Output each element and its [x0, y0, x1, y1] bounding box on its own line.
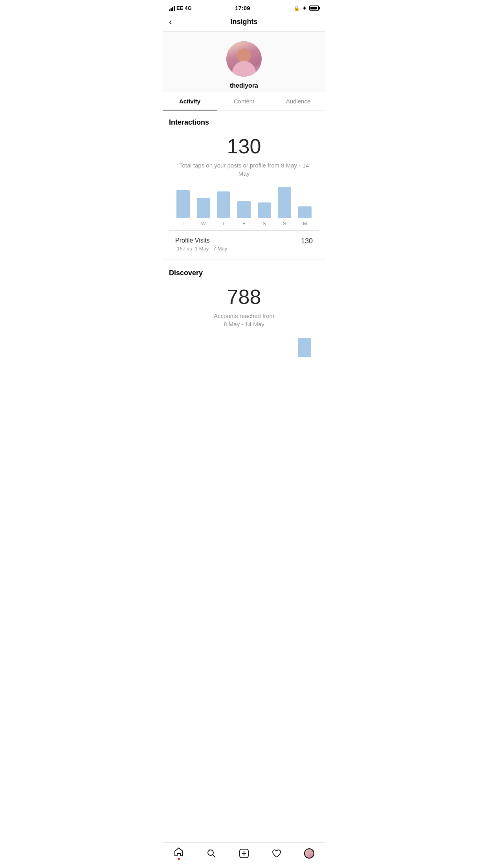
page-title: Insights — [230, 18, 257, 26]
metric-name: Profile Visits — [175, 237, 227, 244]
chart-bar — [197, 198, 210, 218]
tab-bar: Activity Content Audience — [163, 92, 325, 110]
interactions-subtext: Total taps on your posts or profile from… — [169, 161, 319, 178]
main-content: Interactions 130 Total taps on your post… — [163, 110, 325, 357]
discovery-subtext: Accounts reached from8 May - 14 May — [169, 312, 319, 328]
interactions-total: 130 — [169, 134, 319, 158]
chart-bar — [237, 201, 251, 218]
header: ‹ Insights — [163, 14, 325, 32]
time-label: 17:09 — [235, 5, 250, 11]
bar-day-label: S — [262, 221, 266, 226]
metric-change: -187 vs. 1 May - 7 May — [175, 246, 227, 252]
interactions-section: Interactions 130 Total taps on your post… — [163, 110, 325, 258]
lock-icon: 🔒 — [294, 5, 300, 11]
chart-bar — [298, 338, 311, 357]
bar-day-label: S — [283, 221, 286, 226]
chart-bar-col: W — [197, 198, 210, 226]
signal-icon — [169, 6, 175, 11]
battery-icon — [309, 6, 319, 11]
bar-day-label: T — [182, 221, 185, 226]
avatar — [226, 41, 262, 77]
carrier-label: EE — [176, 5, 183, 11]
tab-audience[interactable]: Audience — [271, 92, 325, 110]
chart-bar-col: T — [217, 191, 230, 226]
chart-bar — [217, 191, 230, 218]
chart-bar-col: S — [258, 202, 271, 226]
interactions-chart: T W T F S — [169, 187, 319, 226]
chart-bar — [258, 202, 271, 218]
chart-bar-col: F — [237, 201, 251, 226]
bluetooth-icon: ✦ — [302, 5, 307, 11]
discovery-chart-partial — [298, 338, 311, 357]
carrier-info: EE 4G — [169, 5, 192, 11]
username-label: thediyora — [230, 82, 258, 89]
chart-bar-col: M — [298, 206, 312, 226]
bar-day-label: W — [201, 221, 205, 226]
back-button[interactable]: ‹ — [169, 17, 172, 27]
profile-section: thediyora — [163, 32, 325, 92]
discovery-section: Discovery 788 Accounts reached from8 May… — [163, 258, 325, 357]
status-icons: 🔒 ✦ — [294, 5, 319, 11]
discovery-total: 788 — [169, 285, 319, 309]
discovery-title: Discovery — [169, 269, 319, 277]
status-bar: EE 4G 17:09 🔒 ✦ — [163, 0, 325, 14]
metric-value: 130 — [301, 237, 313, 245]
chart-bar — [176, 190, 190, 218]
chart-bar-col: T — [176, 190, 190, 226]
bar-day-label: F — [242, 221, 246, 226]
network-label: 4G — [185, 5, 191, 11]
bar-day-label: M — [303, 221, 307, 226]
chart-bar — [298, 206, 312, 218]
bar-day-label: T — [222, 221, 225, 226]
interactions-title: Interactions — [169, 118, 319, 127]
tab-content[interactable]: Content — [217, 92, 271, 110]
tab-activity[interactable]: Activity — [163, 92, 217, 110]
chart-bar-col: S — [278, 187, 291, 226]
profile-visits-row: Profile Visits -187 vs. 1 May - 7 May 13… — [169, 230, 319, 258]
chart-bar — [278, 187, 291, 218]
